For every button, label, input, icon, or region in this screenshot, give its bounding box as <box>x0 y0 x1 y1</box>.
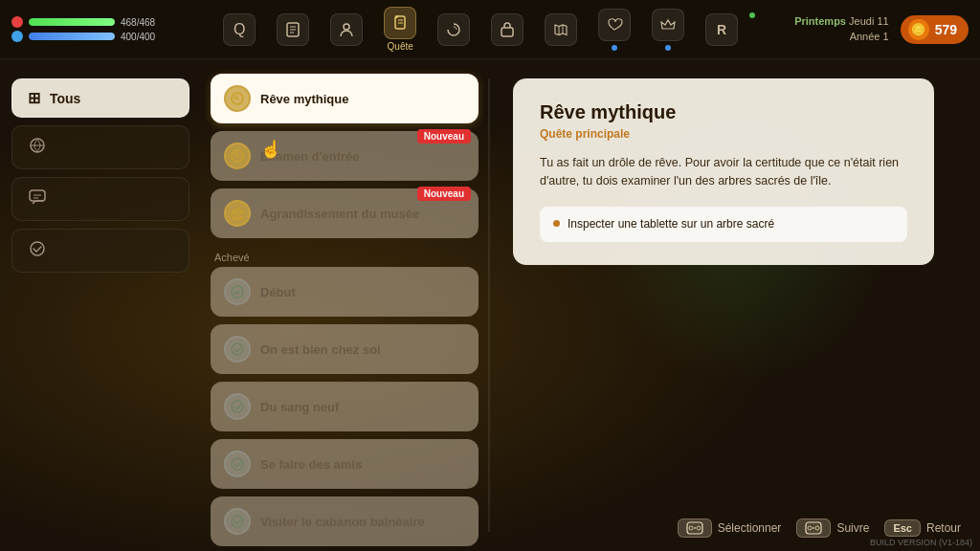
amis-check-icon <box>224 451 251 477</box>
debut-check-icon <box>224 278 251 305</box>
hp-bar-bg <box>29 18 115 26</box>
nav-item-book[interactable] <box>277 13 309 46</box>
map-icon <box>545 13 577 46</box>
musee-title: Agrandissement du musée <box>260 207 419 221</box>
mp-bar-bg <box>29 33 115 40</box>
quest-item-examen[interactable]: Examen d'entrée Nouveau <box>211 131 479 181</box>
quest-item-debut[interactable]: Début <box>211 267 479 317</box>
nav-item-quest[interactable]: Quête <box>384 7 416 52</box>
shell-icon <box>437 13 470 46</box>
hp-icon <box>11 16 23 28</box>
svg-point-27 <box>232 458 243 470</box>
nav-item-heart[interactable] <box>598 9 631 51</box>
svg-rect-9 <box>501 28 513 36</box>
follow-label: Suivre <box>836 521 869 535</box>
season-info: Printemps Jeudi 11 Année 1 <box>794 14 888 44</box>
mp-row: 400/400 <box>11 31 155 42</box>
select-label: Sélectionner <box>718 521 782 535</box>
detail-card: Rêve mythique Quête principale Tu as fai… <box>513 78 934 265</box>
nav-item-shell[interactable] <box>437 13 470 46</box>
nav-item-r[interactable]: R <box>705 13 738 46</box>
amis-title: Se faire des amis <box>260 457 362 472</box>
reve-icon <box>224 85 251 112</box>
chez-soi-title: On est bien chez soi <box>260 342 381 357</box>
detail-title: Rêve mythique <box>540 101 907 123</box>
svg-point-21 <box>236 155 239 158</box>
quest-item-amis[interactable]: Se faire des amis <box>211 439 479 489</box>
coin-icon: 🪙 <box>908 19 929 40</box>
svg-point-33 <box>694 527 696 529</box>
nav-item-map[interactable] <box>545 13 577 46</box>
main-content: ⊞ Tous <box>0 59 980 551</box>
completed-label: Achevé <box>211 246 479 267</box>
esc-key: Esc <box>884 519 921 537</box>
svg-point-26 <box>232 401 243 412</box>
nav-icons: Q <box>184 7 794 52</box>
hp-row: 468/468 <box>11 16 155 28</box>
quest-detail: Rêve mythique Quête principale Tu as fai… <box>490 59 980 551</box>
mp-label: 400/400 <box>121 32 155 42</box>
sidebar-item-check[interactable] <box>11 229 189 273</box>
svg-point-19 <box>236 98 239 100</box>
bag-icon <box>491 13 523 46</box>
examen-new-badge: Nouveau <box>417 129 471 143</box>
topbar-right: Printemps Jeudi 11 Année 1 🪙 579 <box>794 14 969 44</box>
quest-label: Quête <box>388 41 413 52</box>
crown-dot <box>665 45 671 51</box>
q-icon: Q <box>223 13 256 46</box>
quest-scroll-icon <box>384 7 416 39</box>
hp-bar-fill <box>29 18 115 26</box>
r-icon: R <box>705 13 738 46</box>
bottom-bar: Sélectionner Suivre Esc Retour BUILD VER… <box>0 505 980 551</box>
sidebar-item-tous[interactable]: ⊞ Tous <box>11 78 189 118</box>
examen-icon <box>224 143 251 169</box>
season-label: Printemps <box>794 15 846 27</box>
quest-item-chez-soi[interactable]: On est bien chez soi <box>211 324 479 374</box>
person-icon <box>330 13 363 46</box>
svg-point-17 <box>31 242 44 255</box>
quest-list: Rêve mythique Examen d'entrée Nouveau <box>201 59 488 551</box>
follow-action: Suivre <box>796 518 869 538</box>
sidebar-item-chat[interactable] <box>11 177 189 221</box>
quest-item-sang[interactable]: Du sang neuf <box>211 382 479 431</box>
svg-rect-23 <box>235 214 239 219</box>
coin-amount: 579 <box>935 22 957 37</box>
select-key <box>678 518 712 538</box>
build-version: BUILD VERSION (V1-184) <box>870 538 972 547</box>
nav-item-person[interactable] <box>330 13 363 46</box>
back-label: Retour <box>926 521 961 535</box>
mp-icon <box>11 31 23 42</box>
nav-item-q[interactable]: Q <box>223 13 256 46</box>
svg-point-4 <box>344 24 349 30</box>
stats-block: 468/468 400/400 <box>11 16 155 42</box>
check-icon <box>28 239 47 262</box>
year-label: Année 1 <box>794 30 888 44</box>
quest-item-reve[interactable]: Rêve mythique <box>211 74 479 123</box>
objective-dot <box>553 220 560 227</box>
day-label: Jeudi 11 <box>849 15 889 27</box>
back-action[interactable]: Esc Retour <box>884 519 961 537</box>
sidebar-item-nature[interactable] <box>11 125 189 169</box>
svg-point-37 <box>813 527 814 529</box>
mp-bar-fill <box>29 33 115 40</box>
reve-title: Rêve mythique <box>260 92 348 106</box>
detail-subtitle: Quête principale <box>540 127 907 141</box>
quest-item-musee[interactable]: Agrandissement du musée Nouveau <box>211 188 479 238</box>
tous-label: Tous <box>50 91 80 106</box>
svg-point-25 <box>232 343 243 355</box>
detail-objective: Inspecter une tablette sur un arbre sacr… <box>540 207 907 242</box>
chat-icon <box>28 187 47 210</box>
musee-new-badge: Nouveau <box>417 187 471 201</box>
detail-description: Tu as fait un drôle de rêve. Pour avoir … <box>540 154 907 191</box>
hp-label: 468/468 <box>121 17 155 28</box>
nav-item-crown[interactable] <box>652 9 684 51</box>
crown-icon <box>652 9 684 41</box>
select-action: Sélectionner <box>678 518 782 538</box>
coin-badge: 🪙 579 <box>901 15 969 44</box>
musee-icon <box>224 200 251 227</box>
r-dot <box>749 12 755 18</box>
sang-title: Du sang neuf <box>260 400 339 414</box>
nav-item-bag[interactable] <box>491 13 523 46</box>
follow-key <box>796 518 831 538</box>
tous-icon: ⊞ <box>28 89 40 107</box>
